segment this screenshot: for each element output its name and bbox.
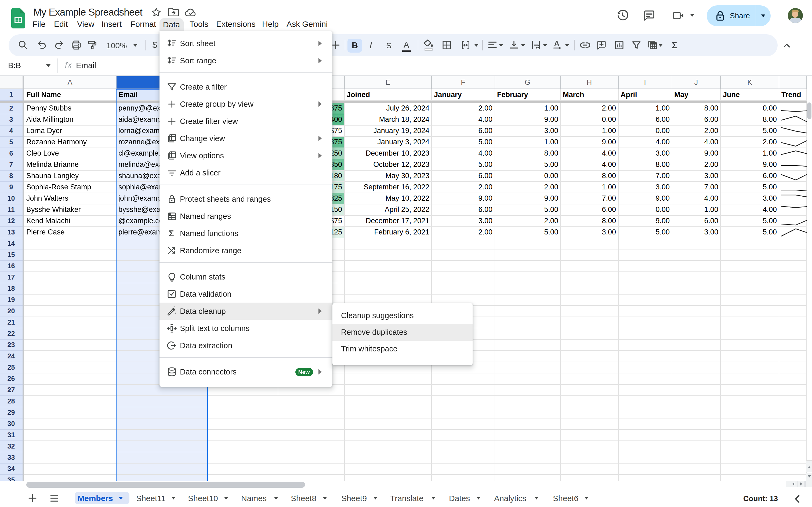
svg-text:A: A — [554, 39, 559, 47]
svg-text:Σ: Σ — [168, 228, 173, 238]
